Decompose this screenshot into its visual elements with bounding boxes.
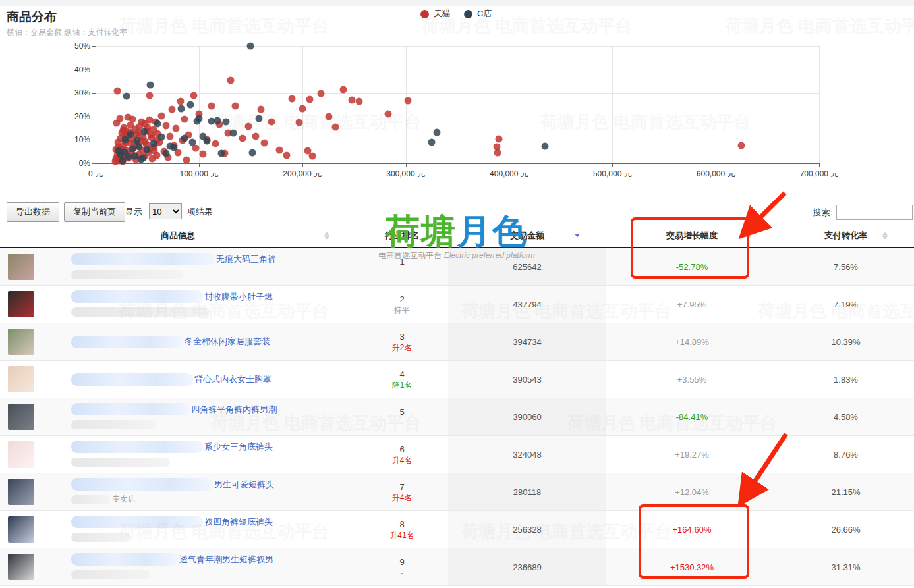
scatter-point-天猫[interactable] — [331, 124, 339, 131]
scatter-point-天猫[interactable] — [309, 152, 316, 159]
product-thumbnail[interactable] — [8, 254, 34, 280]
scatter-point-天猫[interactable] — [147, 131, 154, 138]
scatter-point-天猫[interactable] — [141, 138, 148, 145]
scatter-point-天猫[interactable] — [162, 122, 169, 129]
product-name-link[interactable]: 衩四角裤短底裤头 — [204, 516, 273, 528]
scatter-point-C店[interactable] — [189, 139, 196, 146]
scatter-point-C店[interactable] — [193, 118, 200, 125]
scatter-point-天猫[interactable] — [495, 135, 502, 142]
scatter-point-天猫[interactable] — [212, 140, 219, 147]
scatter-point-天猫[interactable] — [494, 149, 501, 157]
scatter-point-天猫[interactable] — [260, 140, 268, 147]
product-name-link[interactable]: 封收腹带小肚子燃 — [204, 291, 273, 303]
scatter-point-天猫[interactable] — [355, 98, 362, 105]
scatter-point-天猫[interactable] — [340, 86, 347, 94]
column-header-2[interactable]: 行业排名 — [356, 230, 448, 242]
product-thumbnail[interactable] — [8, 554, 34, 580]
scatter-point-天猫[interactable] — [289, 95, 296, 102]
scatter-point-C店[interactable] — [147, 81, 154, 88]
column-header-4[interactable]: 交易增长幅度 — [606, 230, 778, 242]
scatter-point-C店[interactable] — [135, 143, 142, 150]
product-name-link[interactable]: 冬全棉休闲家居服套装 — [185, 336, 270, 348]
scatter-point-C店[interactable] — [162, 149, 169, 157]
scatter-point-天猫[interactable] — [200, 151, 207, 158]
scatter-point-天猫[interactable] — [245, 123, 252, 130]
scatter-point-天猫[interactable] — [129, 115, 136, 122]
scatter-point-天猫[interactable] — [384, 110, 391, 117]
scatter-point-C店[interactable] — [187, 101, 194, 109]
column-header-5[interactable]: 支付转化率 — [778, 230, 914, 242]
scatter-point-C店[interactable] — [122, 136, 129, 143]
scatter-point-天猫[interactable] — [113, 87, 121, 94]
scatter-point-C店[interactable] — [433, 129, 440, 136]
scatter-point-C店[interactable] — [144, 146, 151, 153]
product-thumbnail[interactable] — [8, 291, 34, 317]
product-thumbnail[interactable] — [8, 404, 34, 430]
scatter-point-C店[interactable] — [247, 43, 254, 50]
scatter-point-C店[interactable] — [119, 157, 126, 165]
scatter-point-C店[interactable] — [154, 120, 161, 128]
scatter-point-天猫[interactable] — [190, 92, 198, 99]
scatter-point-C店[interactable] — [204, 137, 211, 144]
product-thumbnail[interactable] — [8, 329, 34, 355]
scatter-point-C店[interactable] — [222, 118, 229, 125]
scatter-point-C店[interactable] — [214, 117, 221, 124]
scatter-point-天猫[interactable] — [116, 115, 123, 122]
product-name-link[interactable]: 男生可爱短裤头 — [214, 479, 274, 491]
column-header-1[interactable]: 商品信息 — [0, 230, 356, 242]
scatter-point-天猫[interactable] — [127, 122, 134, 129]
scatter-point-天猫[interactable] — [404, 97, 411, 104]
scatter-point-C店[interactable] — [115, 147, 122, 155]
scatter-point-天猫[interactable] — [252, 133, 260, 140]
scatter-point-天猫[interactable] — [257, 106, 264, 113]
scatter-point-天猫[interactable] — [138, 118, 145, 125]
sort-icon[interactable] — [882, 232, 888, 239]
scatter-point-天猫[interactable] — [166, 132, 173, 140]
scatter-point-天猫[interactable] — [349, 96, 356, 103]
scatter-point-C店[interactable] — [428, 138, 435, 146]
page-size-select[interactable]: 10 — [149, 203, 182, 219]
scatter-point-天猫[interactable] — [276, 147, 283, 154]
sort-icon[interactable] — [575, 234, 580, 237]
scatter-point-天猫[interactable] — [738, 142, 745, 149]
scatter-point-C店[interactable] — [131, 152, 138, 159]
scatter-point-天猫[interactable] — [296, 119, 303, 126]
scatter-point-C店[interactable] — [178, 105, 185, 113]
product-name-link[interactable]: 背心式内衣女士胸罩 — [194, 373, 271, 385]
scatter-point-天猫[interactable] — [317, 90, 324, 97]
scatter-point-天猫[interactable] — [299, 105, 306, 113]
product-name-link[interactable]: 系少女三角底裤头 — [204, 441, 273, 453]
scatter-point-天猫[interactable] — [169, 106, 176, 113]
product-thumbnail[interactable] — [8, 441, 34, 468]
column-header-3[interactable]: 交易金额 — [448, 230, 606, 242]
sort-icon[interactable] — [746, 232, 751, 239]
scatter-point-C店[interactable] — [255, 115, 262, 122]
scatter-point-天猫[interactable] — [268, 118, 275, 125]
scatter-point-C店[interactable] — [542, 142, 549, 149]
scatter-point-天猫[interactable] — [158, 112, 165, 119]
product-thumbnail[interactable] — [8, 516, 34, 543]
product-name-link[interactable]: 四角裤平角裤内裤男潮 — [191, 404, 277, 415]
scatter-point-天猫[interactable] — [181, 116, 188, 123]
sort-icon[interactable] — [324, 232, 329, 239]
scatter-point-C店[interactable] — [229, 129, 237, 136]
scatter-point-天猫[interactable] — [306, 96, 313, 103]
scatter-point-天猫[interactable] — [326, 113, 333, 120]
scatter-point-天猫[interactable] — [183, 157, 190, 164]
scatter-point-天猫[interactable] — [146, 92, 154, 99]
scatter-point-天猫[interactable] — [231, 102, 239, 109]
export-data-button[interactable]: 导出数据 — [7, 202, 59, 222]
scatter-point-天猫[interactable] — [177, 97, 184, 105]
scatter-point-C店[interactable] — [140, 128, 148, 136]
scatter-point-C店[interactable] — [171, 144, 178, 151]
scatter-point-C店[interactable] — [158, 134, 165, 141]
scatter-point-C店[interactable] — [181, 134, 188, 142]
scatter-point-天猫[interactable] — [150, 147, 157, 155]
product-thumbnail[interactable] — [8, 366, 34, 392]
search-input[interactable] — [836, 205, 913, 220]
scatter-point-天猫[interactable] — [283, 151, 291, 159]
scatter-point-天猫[interactable] — [173, 125, 180, 132]
scatter-point-C店[interactable] — [218, 150, 225, 157]
scatter-point-C店[interactable] — [150, 140, 157, 147]
product-thumbnail[interactable] — [8, 479, 34, 505]
